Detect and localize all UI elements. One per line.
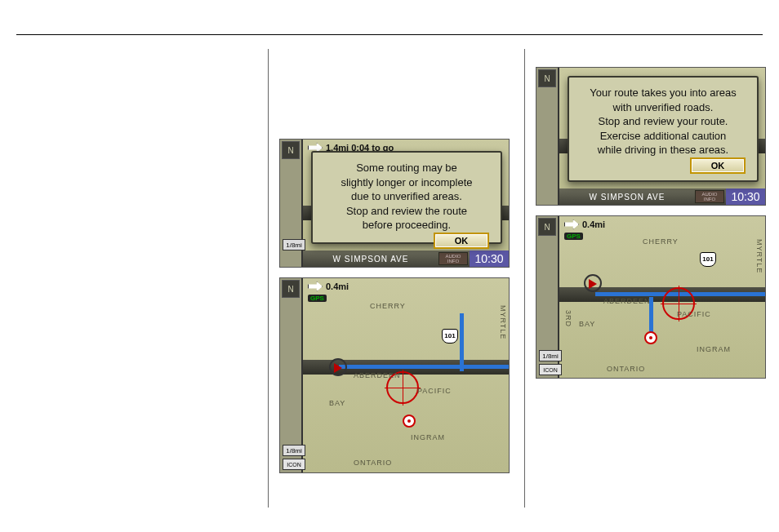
street-label-cherry: CHERRY xyxy=(643,237,679,246)
street-label-pacific: PACIFIC xyxy=(417,387,452,395)
ok-button[interactable]: OK xyxy=(434,233,489,249)
icon-toggle-button[interactable]: ICON xyxy=(283,459,305,470)
column-divider-1 xyxy=(268,49,269,508)
map-scale[interactable]: 1/8mi xyxy=(283,239,305,250)
street-label-ingram: INGRAM xyxy=(697,345,731,353)
street-label-myrtle: MYRTLE xyxy=(755,239,763,273)
clock: 10:30 xyxy=(470,250,509,267)
caution-dialog-a: Some routing may be slightly longer or i… xyxy=(311,151,502,244)
column-divider-2 xyxy=(524,49,525,508)
street-label-aberdeen: ABERDEEN xyxy=(603,297,651,305)
turn-arrow-icon xyxy=(564,219,579,229)
gps-badge: GPS xyxy=(564,233,583,240)
clock: 10:30 xyxy=(726,188,765,205)
compass-button[interactable]: N xyxy=(538,218,556,236)
dialog-message: Some routing may be slightly longer or i… xyxy=(324,161,489,233)
audio-info-button[interactable]: AUDIO INFO xyxy=(438,252,468,265)
vehicle-marker xyxy=(329,358,347,376)
nav-screen-map-b[interactable]: 101 CHERRY ABERDEEN PACIFIC BAY INGRAM O… xyxy=(279,277,510,473)
turn-arrow-icon xyxy=(308,282,323,291)
nav-screen-modal-a: N 1.4mi 0:04 to go 1/8mi W SIMPSON AVE A… xyxy=(279,139,510,268)
street-label-myrtle: MYRTLE xyxy=(499,305,507,339)
street-label-pacific: PACIFIC xyxy=(677,310,711,318)
audio-label-2: INFO xyxy=(447,259,459,264)
street-label-cherry: CHERRY xyxy=(370,302,406,310)
compass-button[interactable]: N xyxy=(538,69,556,87)
distance-readout: 0.4mi xyxy=(564,219,605,229)
street-label-bay: BAY xyxy=(579,320,595,328)
icon-toggle-button[interactable]: ICON xyxy=(539,364,562,375)
status-bar: W SIMPSON AVE AUDIO INFO 10:30 xyxy=(303,250,509,267)
distance-readout: 0.4mi xyxy=(308,282,349,291)
left-control-bar: N xyxy=(280,278,303,472)
nav-screen-modal-c: N W SIMPSON AVE AUDIO INFO 10:30 Your ro… xyxy=(536,67,766,206)
highway-shield: 101 xyxy=(700,252,716,267)
audio-label-2: INFO xyxy=(704,197,715,202)
nav-screen-map-d[interactable]: 101 CHERRY ABERDEEN PACIFIC BAY INGRAM O… xyxy=(536,215,766,379)
street-label-ingram: INGRAM xyxy=(411,433,445,441)
destination-marker xyxy=(644,331,657,344)
street-label-bay: BAY xyxy=(329,399,345,407)
map-scale[interactable]: 1/8mi xyxy=(283,445,305,456)
street-label-ontario: ONTARIO xyxy=(607,365,645,373)
dialog-message: Your route takes you into areas with unv… xyxy=(581,86,746,157)
compass-button[interactable]: N xyxy=(282,280,300,298)
route-line-vertical xyxy=(460,313,464,371)
map-scale[interactable]: 1/8mi xyxy=(539,350,562,361)
destination-marker xyxy=(403,415,416,428)
highway-shield: 101 xyxy=(442,329,458,344)
street-label-ontario: ONTARIO xyxy=(354,459,392,467)
route-line-horizontal xyxy=(339,365,509,369)
street-label-third: 3RD xyxy=(564,310,572,327)
distance-text: 0.4mi xyxy=(582,219,605,229)
distance-text: 0.4mi xyxy=(326,282,349,291)
street-label-aberdeen: ABERDEEN xyxy=(354,371,401,379)
gps-badge: GPS xyxy=(308,295,327,302)
audio-info-button[interactable]: AUDIO INFO xyxy=(695,190,724,203)
left-control-bar: N xyxy=(536,68,559,205)
horizontal-rule xyxy=(16,34,763,35)
ok-button[interactable]: OK xyxy=(690,157,746,174)
street-name: W SIMPSON AVE xyxy=(590,193,665,202)
street-name: W SIMPSON AVE xyxy=(333,255,409,264)
caution-dialog-c: Your route takes you into areas with unv… xyxy=(568,76,759,182)
status-bar: W SIMPSON AVE AUDIO INFO 10:30 xyxy=(559,188,765,205)
compass-button[interactable]: N xyxy=(282,141,300,159)
